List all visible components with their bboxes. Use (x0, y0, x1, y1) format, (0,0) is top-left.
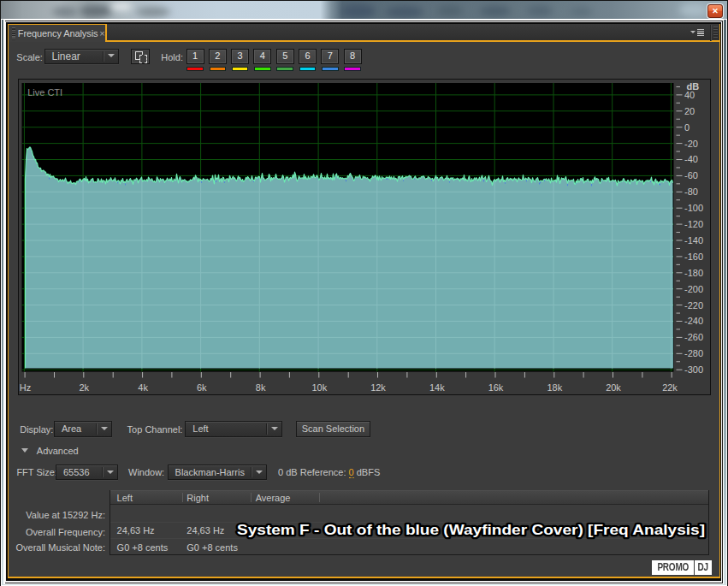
svg-text:40: 40 (684, 89, 695, 99)
svg-text:-120: -120 (684, 219, 703, 229)
svg-text:Hz: Hz (19, 382, 30, 393)
svg-text:20k: 20k (606, 382, 621, 393)
svg-text:-180: -180 (684, 267, 703, 277)
svg-text:0: 0 (684, 121, 690, 132)
svg-text:2k: 2k (79, 382, 89, 393)
svg-text:-60: -60 (684, 170, 698, 181)
svg-text:8k: 8k (255, 382, 265, 393)
svg-text:12k: 12k (370, 382, 386, 393)
svg-text:-300: -300 (684, 364, 703, 375)
svg-text:-140: -140 (684, 234, 703, 245)
svg-text:6k: 6k (196, 382, 206, 393)
svg-text:14k: 14k (429, 382, 444, 393)
svg-text:-260: -260 (684, 332, 703, 342)
svg-text:-280: -280 (684, 348, 703, 358)
svg-text:10k: 10k (311, 382, 327, 393)
svg-text:System F - Out of the blue (Wa: System F - Out of the blue (Wayfinder Co… (237, 522, 705, 537)
svg-text:4k: 4k (138, 382, 148, 393)
svg-text:-40: -40 (684, 154, 698, 164)
svg-text:-20: -20 (684, 138, 698, 148)
svg-text:16k: 16k (488, 382, 503, 393)
svg-text:-80: -80 (684, 186, 698, 197)
svg-text:-240: -240 (684, 316, 703, 326)
svg-text:-100: -100 (684, 203, 703, 213)
svg-text:-200: -200 (684, 283, 703, 293)
svg-text:-160: -160 (684, 251, 703, 261)
svg-text:18k: 18k (547, 382, 562, 393)
svg-text:-220: -220 (684, 299, 703, 310)
svg-text:22k: 22k (662, 382, 678, 393)
svg-text:20: 20 (684, 105, 695, 115)
svg-text:Live CTI: Live CTI (27, 86, 62, 97)
